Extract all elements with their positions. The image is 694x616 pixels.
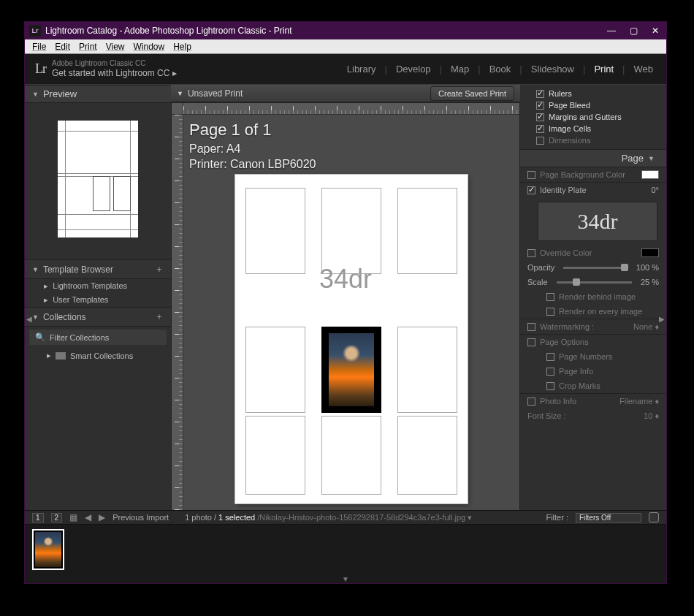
photo-info-value[interactable]: Filename ♦ <box>619 397 659 406</box>
add-collection-icon[interactable]: ＋ <box>155 311 164 323</box>
chk-watermarking[interactable] <box>527 323 535 331</box>
filter-select[interactable]: Filters Off <box>576 513 641 522</box>
close-button[interactable]: ✕ <box>644 22 666 39</box>
bg-color-swatch[interactable] <box>641 170 659 179</box>
photo-thumb <box>329 333 374 406</box>
prev-import-label[interactable]: Previous Import <box>113 513 169 522</box>
module-print[interactable]: Print <box>591 64 617 75</box>
lbl-page-bleed: Page Bleed <box>549 101 590 110</box>
minimize-button[interactable]: — <box>600 22 622 39</box>
chk-bg-color[interactable] <box>527 171 535 179</box>
font-size-value[interactable]: 10 ♦ <box>644 411 659 420</box>
smart-collections-row[interactable]: ▸ Smart Collections <box>25 348 171 363</box>
menu-edit[interactable]: Edit <box>50 42 75 52</box>
filmstrip-toggle-icon[interactable]: ▼ <box>25 574 666 583</box>
watermarking-value[interactable]: None ♦ <box>633 322 659 331</box>
lbl-bg-color: Page Background Color <box>540 170 625 179</box>
filter-collections-input[interactable]: 🔍Filter Collections <box>29 330 167 345</box>
lbl-opacity: Opacity <box>527 263 554 272</box>
module-slideshow[interactable]: Slideshow <box>528 64 577 75</box>
photo-path[interactable]: /Nikolay-Hristov-photo-1562292817-58d294… <box>257 513 472 522</box>
filter-lock-icon[interactable] <box>649 512 659 522</box>
header-line2[interactable]: Get started with Lightroom CC ▸ <box>52 68 177 78</box>
main-area: ▼Preview ▼Template Browser＋ ▸ Lightroom … <box>25 85 666 583</box>
ruler-corner <box>172 103 183 115</box>
center-toolbar: ▼ Unsaved Print Create Saved Print <box>171 85 520 102</box>
identity-plate-preview[interactable]: 34dr <box>538 202 657 241</box>
lbl-image-cells: Image Cells <box>549 124 591 133</box>
lbl-identity-plate: Identity Plate <box>540 186 587 194</box>
scale-slider[interactable] <box>557 281 632 284</box>
print-cell-photo[interactable] <box>321 327 381 413</box>
module-library[interactable]: Library <box>344 64 379 75</box>
header-line1: Adobe Lightroom Classic CC <box>52 59 177 68</box>
chk-margins-gutters[interactable] <box>536 113 544 121</box>
chk-identity-plate[interactable] <box>527 186 535 194</box>
header-subtitle: Adobe Lightroom Classic CC Get started w… <box>52 59 177 78</box>
override-color-swatch[interactable] <box>641 248 659 257</box>
lbl-rulers: Rulers <box>549 89 572 98</box>
add-template-icon[interactable]: ＋ <box>155 263 164 275</box>
chk-image-cells[interactable] <box>536 125 544 133</box>
opacity-slider[interactable] <box>563 267 628 269</box>
preview-page <box>58 121 138 237</box>
overlay-paper: Paper: A4 <box>189 141 316 157</box>
center-toolbar-tri-icon[interactable]: ▼ <box>177 90 183 97</box>
right-panel: Rulers Page Bleed Margins and Gutters Im… <box>520 85 666 583</box>
chk-render-every[interactable] <box>546 308 554 316</box>
menu-print[interactable]: Print <box>75 42 102 52</box>
grid-view-icon[interactable]: ▦ <box>69 512 77 522</box>
tree-user-templates[interactable]: ▸ User Templates <box>25 293 171 307</box>
preview-header[interactable]: ▼Preview <box>25 85 171 103</box>
photo-count: 1 photo / <box>185 513 216 522</box>
id-plate-angle[interactable]: 0° <box>651 186 659 194</box>
chk-crop-marks[interactable] <box>546 382 554 390</box>
lbl-watermarking: Watermarking : <box>540 322 594 331</box>
module-picker: Library| Develop| Map| Book| Slideshow| … <box>344 64 656 75</box>
module-web[interactable]: Web <box>631 64 657 75</box>
create-saved-print-button[interactable]: Create Saved Print <box>430 86 514 101</box>
chk-rulers[interactable] <box>536 90 544 98</box>
overlay-page: Page 1 of 1 <box>189 119 316 141</box>
filmstrip-thumb[interactable] <box>32 529 64 570</box>
menu-help[interactable]: Help <box>169 42 196 52</box>
menu-file[interactable]: File <box>28 42 50 52</box>
nav-next-icon[interactable]: ▶ <box>99 512 105 522</box>
menu-view[interactable]: View <box>102 42 129 52</box>
chk-page-bleed[interactable] <box>536 102 544 110</box>
title-bar: Lr Lightroom Catalog - Adobe Photoshop L… <box>25 22 666 39</box>
page-section-header[interactable]: Page▼ <box>520 149 666 167</box>
chk-dimensions[interactable] <box>536 137 544 145</box>
menu-window[interactable]: Window <box>129 42 169 52</box>
lbl-page-info: Page Info <box>559 367 593 376</box>
chk-override-color[interactable] <box>527 249 535 257</box>
chk-page-info[interactable] <box>546 368 554 376</box>
unsaved-print-label: Unsaved Print <box>188 88 243 99</box>
lbl-page-options: Page Options <box>540 338 589 346</box>
screen-1[interactable]: 1 <box>32 513 44 522</box>
module-map[interactable]: Map <box>448 64 472 75</box>
maximize-button[interactable]: ▢ <box>622 22 644 39</box>
preview-header-label: Preview <box>43 88 77 99</box>
left-edge-grip[interactable]: ◀ <box>26 304 33 333</box>
screen-2[interactable]: 2 <box>51 513 63 522</box>
module-book[interactable]: Book <box>487 64 514 75</box>
paper-preview[interactable] <box>235 175 468 503</box>
watermark-overlay: 34dr <box>319 264 372 294</box>
tree-lightroom-templates[interactable]: ▸ Lightroom Templates <box>25 279 171 293</box>
module-develop[interactable]: Develop <box>393 64 434 75</box>
template-browser-header[interactable]: ▼Template Browser＋ <box>25 259 171 279</box>
lbl-dimensions: Dimensions <box>549 136 590 145</box>
nav-prev-icon[interactable]: ◀ <box>85 512 91 522</box>
chk-render-behind[interactable] <box>546 293 554 301</box>
collections-label: Collections <box>43 312 86 322</box>
chk-page-options[interactable] <box>527 338 535 346</box>
print-canvas: Page 1 of 1 Paper: A4 Printer: Canon LBP… <box>171 102 520 564</box>
collections-header[interactable]: ▼Collections＋ <box>25 307 171 327</box>
app-icon: Lr <box>29 25 41 37</box>
right-edge-grip[interactable]: ▶ <box>658 304 666 333</box>
lbl-render-behind: Render behind image <box>559 292 636 301</box>
chk-photo-info[interactable] <box>527 398 535 406</box>
ruler-vertical <box>172 115 183 563</box>
chk-page-numbers[interactable] <box>546 353 554 361</box>
